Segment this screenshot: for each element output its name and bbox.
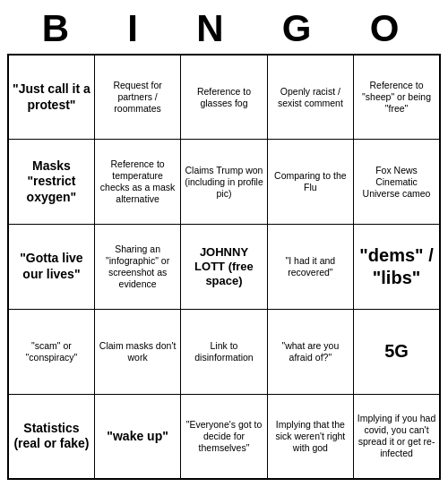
cell-r2-c1: Sharing an "infographic" or screenshot a…: [94, 225, 180, 310]
title-o: O: [370, 7, 407, 50]
cell-r3-c2: Link to disinformation: [181, 309, 267, 394]
cell-r4-c0: Statistics (real or fake): [8, 394, 94, 479]
cell-r3-c4: 5G: [354, 309, 440, 394]
title-i: I: [127, 7, 145, 50]
bingo-title: B I N G O: [7, 7, 441, 50]
title-g: G: [282, 7, 319, 50]
title-n: N: [196, 7, 230, 50]
cell-r1-c1: Reference to temperature checks as a mas…: [94, 140, 180, 225]
cell-r2-c0: "Gotta live our lives": [8, 225, 94, 310]
cell-r1-c4: Fox News Cinematic Universe cameo: [354, 140, 440, 225]
cell-r2-c4: "dems" / "libs": [354, 225, 440, 310]
cell-r0-c3: Openly racist / sexist comment: [267, 55, 353, 140]
cell-r1-c3: Comparing to the Flu: [267, 140, 353, 225]
cell-r4-c1: "wake up": [94, 394, 180, 479]
cell-r0-c2: Reference to glasses fog: [181, 55, 267, 140]
cell-r4-c3: Implying that the sick weren't right wit…: [267, 394, 353, 479]
bingo-grid: "Just call it a protest"Request for part…: [7, 54, 441, 480]
cell-r2-c3: "I had it and recovered": [267, 225, 353, 310]
cell-r0-c0: "Just call it a protest": [8, 55, 94, 140]
cell-r1-c0: Masks "restrict oxygen": [8, 140, 94, 225]
cell-r2-c2: JOHNNY LOTT (free space): [181, 225, 267, 310]
cell-r0-c1: Request for partners / roommates: [94, 55, 180, 140]
cell-r4-c2: "Everyone's got to decide for themselves…: [181, 394, 267, 479]
cell-r1-c2: Claims Trump won (including in profile p…: [181, 140, 267, 225]
cell-r3-c3: "what are you afraid of?": [267, 309, 353, 394]
cell-r0-c4: Reference to "sheep" or being "free": [354, 55, 440, 140]
title-b: B: [42, 7, 76, 50]
cell-r3-c1: Claim masks don't work: [94, 309, 180, 394]
cell-r4-c4: Implying if you had covid, you can't spr…: [354, 394, 440, 479]
cell-r3-c0: "scam" or "conspiracy": [8, 309, 94, 394]
